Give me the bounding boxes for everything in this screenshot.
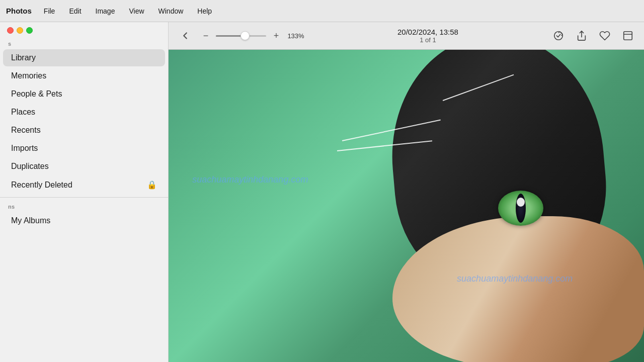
- sidebar-item-imports[interactable]: Imports: [3, 140, 165, 157]
- zoom-slider-thumb[interactable]: [240, 31, 250, 40]
- sidebar-item-places[interactable]: Places: [3, 104, 165, 121]
- sidebar-item-recents-label: Recents: [11, 126, 41, 135]
- cat-eye: [498, 191, 543, 226]
- menu-image[interactable]: Image: [94, 6, 117, 16]
- photo-area: suachuamaytinhdanang.com suachuamaytinhd…: [169, 50, 644, 362]
- sidebar-item-my-albums-label: My Albums: [11, 216, 50, 225]
- sidebar-item-recently-deleted[interactable]: Recently Deleted 🔒: [3, 176, 165, 194]
- zoom-percent-label: 133%: [286, 32, 305, 40]
- zoom-in-button[interactable]: +: [270, 30, 282, 42]
- menu-window[interactable]: Window: [156, 6, 186, 16]
- sidebar-item-duplicates[interactable]: Duplicates: [3, 158, 165, 175]
- sidebar-item-memories[interactable]: Memories: [3, 67, 165, 84]
- cat-eye-pupil: [516, 194, 526, 223]
- sidebar-section-1-label: s: [0, 38, 168, 49]
- sidebar: s Library Memories People & Pets Places …: [0, 22, 169, 362]
- menu-bar: Photos File Edit Image View Window Help: [0, 0, 644, 22]
- sidebar-item-memories-label: Memories: [11, 71, 46, 80]
- toolbar-actions: [550, 28, 636, 44]
- cat-photo: suachuamaytinhdanang.com suachuamaytinhd…: [169, 50, 644, 362]
- sidebar-item-people-pets[interactable]: People & Pets: [3, 85, 165, 103]
- fullscreen-button[interactable]: [620, 28, 636, 44]
- sidebar-item-library-label: Library: [11, 53, 36, 62]
- app-name: Photos: [6, 7, 32, 15]
- sidebar-divider: [0, 197, 168, 198]
- back-button[interactable]: [177, 29, 194, 42]
- sidebar-item-recents[interactable]: Recents: [3, 122, 165, 139]
- menu-help[interactable]: Help: [195, 6, 214, 16]
- markup-button[interactable]: [550, 28, 567, 44]
- cat-eye-highlight: [517, 198, 525, 207]
- zoom-out-button[interactable]: −: [200, 30, 212, 42]
- menu-view[interactable]: View: [127, 6, 146, 16]
- sidebar-item-library[interactable]: Library: [3, 49, 165, 66]
- content-area: − + 133% 20/02/2024, 13:58 1 of 1: [169, 22, 644, 362]
- favorite-button[interactable]: [597, 28, 613, 44]
- traffic-lights: [0, 22, 168, 38]
- cat-eye-outer: [498, 191, 543, 226]
- sidebar-section-2-label: ns: [0, 201, 168, 212]
- lock-icon: 🔒: [147, 180, 157, 190]
- zoom-slider-container[interactable]: [216, 31, 266, 41]
- toolbar-center: 20/02/2024, 13:58 1 of 1: [311, 28, 544, 44]
- svg-rect-2: [624, 32, 632, 40]
- sidebar-item-duplicates-label: Duplicates: [11, 162, 49, 171]
- toolbar: − + 133% 20/02/2024, 13:58 1 of 1: [169, 22, 644, 50]
- toolbar-date: 20/02/2024, 13:58: [397, 28, 458, 36]
- sidebar-item-places-label: Places: [11, 108, 35, 117]
- traffic-light-fullscreen[interactable]: [26, 27, 33, 34]
- sidebar-item-people-pets-label: People & Pets: [11, 89, 62, 99]
- sidebar-item-my-albums[interactable]: My Albums: [3, 212, 165, 229]
- sidebar-item-recently-deleted-label: Recently Deleted: [11, 180, 72, 190]
- share-button[interactable]: [574, 28, 590, 44]
- toolbar-count: 1 of 1: [420, 36, 436, 44]
- traffic-light-minimize[interactable]: [17, 27, 23, 34]
- traffic-light-close[interactable]: [7, 27, 14, 34]
- main-area: s Library Memories People & Pets Places …: [0, 22, 644, 362]
- menu-file[interactable]: File: [42, 6, 57, 16]
- menu-edit[interactable]: Edit: [67, 6, 83, 16]
- sidebar-item-imports-label: Imports: [11, 144, 38, 153]
- zoom-controls: − + 133%: [200, 30, 305, 42]
